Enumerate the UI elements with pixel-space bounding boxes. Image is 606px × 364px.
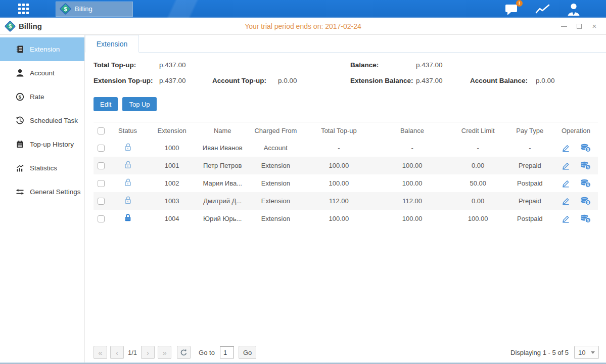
table-row[interactable]: 1003 Дмитрий Д... Extension 112.00 112.0… [94, 192, 598, 210]
sidebar-item-label: Scheduled Task [30, 117, 78, 124]
topup-history-icon [16, 140, 24, 149]
account-icon [16, 69, 24, 77]
edit-icon[interactable] [561, 214, 570, 223]
row-checkbox[interactable] [98, 162, 105, 169]
summary-panel: Total Top-up: p.437.00 Balance: p.437.00… [85, 53, 606, 84]
svg-text:$: $ [19, 94, 22, 100]
window-title-group: $ Billing [6, 22, 42, 31]
maximize-icon[interactable] [576, 23, 583, 30]
line-chart-icon [535, 3, 550, 15]
pagination-bar: « ‹ 1/1 › » Go to Go Displaying 1 - 5 of… [94, 346, 599, 359]
page-size-select[interactable]: 10 [574, 346, 599, 359]
billing-window-icon: $ [6, 22, 15, 31]
action-buttons: Edit Top Up [85, 84, 606, 111]
extension-table: Status Extension Name Charged From Total… [94, 122, 598, 228]
sidebar-item-topup-history[interactable]: Top-up History [0, 132, 84, 156]
col-name: Name [197, 122, 248, 139]
edit-icon[interactable] [561, 179, 570, 188]
table-row[interactable]: 1001 Петр Петров Extension 100.00 100.00… [94, 157, 598, 174]
col-operation: Operation [554, 122, 598, 139]
sidebar-item-label: Rate [30, 93, 44, 101]
summary-account-balance: Account Balance: p.0.00 [470, 77, 606, 84]
top-up-icon[interactable] [580, 214, 591, 223]
displaying-text: Displaying 1 - 5 of 5 [510, 349, 569, 356]
minimize-icon[interactable] [561, 23, 568, 30]
row-checkbox[interactable] [98, 198, 105, 205]
close-icon[interactable]: × [591, 23, 598, 30]
sidebar-item-scheduled-task[interactable]: Scheduled Task [0, 109, 84, 132]
user-account-button[interactable] [567, 3, 581, 16]
unlocked-icon [124, 160, 132, 169]
pagination-right: Displaying 1 - 5 of 5 10 [510, 346, 599, 359]
select-all-checkbox[interactable] [98, 127, 105, 134]
sidebar-item-account[interactable]: Account [0, 61, 84, 85]
sidebar-item-label: Account [30, 69, 55, 77]
page-indicator: 1/1 [128, 349, 137, 356]
prev-page-button[interactable]: ‹ [110, 346, 124, 359]
last-page-button[interactable]: » [158, 346, 171, 359]
col-extension: Extension [147, 122, 197, 139]
first-page-button[interactable]: « [94, 346, 107, 359]
billing-app-icon: $ [61, 4, 70, 14]
table-header-row: Status Extension Name Charged From Total… [94, 122, 598, 139]
notification-badge: ! [516, 0, 523, 7]
summary-extension-balance: Extension Balance: p.437.00 [350, 77, 470, 84]
top-up-button[interactable]: Top Up [122, 97, 156, 111]
col-charged-from: Charged From [248, 122, 303, 139]
edit-icon[interactable] [561, 161, 570, 170]
top-up-icon[interactable] [580, 197, 591, 205]
goto-page-input[interactable] [220, 346, 234, 358]
locked-icon [124, 213, 132, 222]
go-button[interactable]: Go [239, 346, 256, 359]
window-titlebar: $ Billing Your trial period ends on: 201… [0, 18, 606, 35]
top-up-icon[interactable] [580, 161, 591, 170]
tabstrip: Extension [85, 35, 606, 53]
col-credit-limit: Credit Limit [450, 122, 506, 139]
unlocked-icon [124, 143, 132, 151]
sidebar-item-rate[interactable]: $ Rate [0, 85, 84, 109]
sidebar-item-label: Statistics [30, 164, 57, 172]
summary-account-top-up: Account Top-up: p.0.00 [212, 77, 350, 84]
sidebar-item-statistics[interactable]: Statistics [0, 156, 84, 180]
resource-monitor-button[interactable] [535, 3, 550, 15]
general-settings-icon [16, 188, 24, 196]
refresh-button[interactable] [177, 346, 191, 359]
unlocked-icon [124, 196, 132, 204]
row-checkbox[interactable] [98, 145, 105, 152]
notifications-button[interactable]: ! [505, 3, 519, 15]
tab-extension[interactable]: Extension [85, 35, 139, 53]
table-row[interactable]: 1002 Мария Ива... Extension 100.00 100.0… [94, 174, 598, 192]
sidebar-item-label: General Settings [30, 188, 81, 196]
sidebar-item-label: Extension [30, 46, 60, 53]
row-checkbox[interactable] [98, 215, 105, 222]
summary-balance: Balance: p.437.00 [350, 61, 470, 69]
sidebar-item-label: Top-up History [30, 141, 74, 148]
table-row[interactable]: 1004 Юрий Юрь... Extension 100.00 100.00… [94, 210, 598, 228]
top-up-icon[interactable] [580, 144, 591, 152]
edit-button[interactable]: Edit [94, 97, 118, 111]
row-checkbox[interactable] [98, 180, 105, 187]
next-page-button[interactable]: › [141, 346, 155, 359]
col-total-top-up: Total Top-up [303, 122, 374, 139]
taskbar-tab-billing[interactable]: $ Billing [56, 2, 133, 17]
edit-icon[interactable] [561, 197, 570, 205]
desktop-topbar: $ Billing ! [0, 0, 606, 18]
unlocked-icon [124, 178, 132, 187]
window-controls: × [561, 23, 598, 30]
scheduled-task-icon [16, 116, 24, 125]
app-menu-button[interactable] [18, 4, 29, 14]
billing-app-window: $ Billing ! [0, 0, 606, 364]
summary-extension-top-up: Extension Top-up: p.437.00 [94, 77, 212, 84]
sidebar-item-general-settings[interactable]: General Settings [0, 180, 84, 204]
table-row[interactable]: 1000 Иван Иванов Account - - - - [94, 139, 598, 157]
sidebar: Extension Account $ Rate [0, 35, 85, 362]
col-status: Status [109, 122, 147, 139]
top-up-icon[interactable] [580, 179, 591, 188]
edit-icon[interactable] [561, 144, 570, 152]
extension-icon [16, 45, 24, 54]
chevron-down-icon [591, 351, 595, 354]
page-size-value: 10 [578, 349, 585, 356]
sidebar-item-extension[interactable]: Extension [0, 37, 84, 61]
summary-total-top-up: Total Top-up: p.437.00 [94, 61, 212, 69]
col-balance: Balance [375, 122, 450, 139]
